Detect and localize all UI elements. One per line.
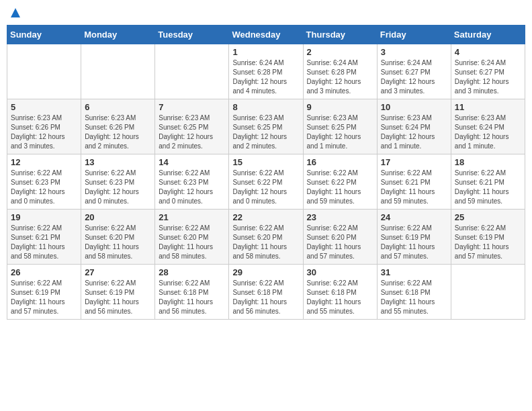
- day-info: Sunrise: 6:22 AM Sunset: 6:18 PM Dayligh…: [307, 279, 373, 316]
- day-number: 18: [455, 157, 521, 167]
- day-number: 23: [307, 212, 373, 222]
- day-number: 4: [455, 47, 521, 57]
- day-number: 11: [455, 102, 521, 112]
- day-info: Sunrise: 6:22 AM Sunset: 6:23 PM Dayligh…: [85, 169, 151, 206]
- calendar-cell: 21Sunrise: 6:22 AM Sunset: 6:20 PM Dayli…: [155, 210, 229, 265]
- day-info: Sunrise: 6:22 AM Sunset: 6:19 PM Dayligh…: [85, 279, 151, 316]
- day-info: Sunrise: 6:23 AM Sunset: 6:25 PM Dayligh…: [307, 113, 373, 151]
- day-info: Sunrise: 6:22 AM Sunset: 6:18 PM Dayligh…: [381, 279, 447, 316]
- day-number: 3: [381, 47, 447, 57]
- day-info: Sunrise: 6:24 AM Sunset: 6:27 PM Dayligh…: [381, 58, 447, 96]
- day-number: 17: [381, 157, 447, 167]
- calendar-cell: [451, 265, 525, 320]
- day-info: Sunrise: 6:22 AM Sunset: 6:20 PM Dayligh…: [85, 224, 151, 261]
- calendar-cell: 3Sunrise: 6:24 AM Sunset: 6:27 PM Daylig…: [377, 44, 451, 99]
- calendar-cell: 6Sunrise: 6:23 AM Sunset: 6:26 PM Daylig…: [81, 99, 155, 154]
- calendar-cell: [7, 44, 81, 99]
- calendar-cell: 16Sunrise: 6:22 AM Sunset: 6:22 PM Dayli…: [303, 154, 377, 210]
- day-info: Sunrise: 6:24 AM Sunset: 6:28 PM Dayligh…: [232, 58, 299, 96]
- day-info: Sunrise: 6:22 AM Sunset: 6:18 PM Dayligh…: [159, 279, 225, 316]
- calendar-cell: 8Sunrise: 6:23 AM Sunset: 6:25 PM Daylig…: [229, 99, 303, 154]
- weekday-header: Saturday: [451, 26, 525, 44]
- weekday-header: Sunday: [7, 26, 81, 44]
- calendar-cell: 24Sunrise: 6:22 AM Sunset: 6:19 PM Dayli…: [377, 210, 451, 265]
- day-info: Sunrise: 6:24 AM Sunset: 6:28 PM Dayligh…: [307, 58, 373, 96]
- day-number: 5: [11, 102, 77, 112]
- day-number: 7: [159, 102, 225, 112]
- weekday-header: Tuesday: [155, 26, 229, 44]
- day-info: Sunrise: 6:22 AM Sunset: 6:18 PM Dayligh…: [232, 279, 299, 316]
- calendar-cell: 12Sunrise: 6:22 AM Sunset: 6:23 PM Dayli…: [7, 154, 81, 210]
- day-number: 29: [232, 267, 299, 277]
- calendar-week-row: 12Sunrise: 6:22 AM Sunset: 6:23 PM Dayli…: [7, 154, 525, 210]
- calendar-cell: 11Sunrise: 6:23 AM Sunset: 6:24 PM Dayli…: [451, 99, 525, 154]
- weekday-header: Wednesday: [229, 26, 303, 44]
- day-info: Sunrise: 6:22 AM Sunset: 6:22 PM Dayligh…: [232, 169, 299, 206]
- day-number: 12: [11, 157, 77, 167]
- logo-icon: [11, 8, 20, 19]
- day-number: 6: [85, 102, 151, 112]
- day-info: Sunrise: 6:22 AM Sunset: 6:20 PM Dayligh…: [232, 224, 299, 261]
- day-info: Sunrise: 6:22 AM Sunset: 6:21 PM Dayligh…: [455, 169, 521, 206]
- calendar-cell: [155, 44, 229, 99]
- calendar-cell: 15Sunrise: 6:22 AM Sunset: 6:22 PM Dayli…: [229, 154, 303, 210]
- calendar-cell: 28Sunrise: 6:22 AM Sunset: 6:18 PM Dayli…: [155, 265, 229, 320]
- day-info: Sunrise: 6:23 AM Sunset: 6:26 PM Dayligh…: [85, 113, 151, 151]
- day-number: 14: [159, 157, 225, 167]
- calendar-header-row: SundayMondayTuesdayWednesdayThursdayFrid…: [7, 26, 525, 44]
- logo: [9, 7, 20, 19]
- day-number: 28: [159, 267, 225, 277]
- day-number: 27: [85, 267, 151, 277]
- day-info: Sunrise: 6:23 AM Sunset: 6:25 PM Dayligh…: [159, 113, 225, 151]
- calendar-cell: 27Sunrise: 6:22 AM Sunset: 6:19 PM Dayli…: [81, 265, 155, 320]
- calendar-cell: 30Sunrise: 6:22 AM Sunset: 6:18 PM Dayli…: [303, 265, 377, 320]
- weekday-header: Monday: [81, 26, 155, 44]
- day-number: 21: [159, 212, 225, 222]
- day-info: Sunrise: 6:22 AM Sunset: 6:21 PM Dayligh…: [381, 169, 447, 206]
- calendar-week-row: 1Sunrise: 6:24 AM Sunset: 6:28 PM Daylig…: [7, 44, 525, 99]
- day-number: 8: [232, 102, 299, 112]
- day-info: Sunrise: 6:22 AM Sunset: 6:20 PM Dayligh…: [307, 224, 373, 261]
- day-info: Sunrise: 6:23 AM Sunset: 6:24 PM Dayligh…: [455, 113, 521, 151]
- day-info: Sunrise: 6:22 AM Sunset: 6:19 PM Dayligh…: [381, 224, 447, 261]
- day-number: 25: [455, 212, 521, 222]
- calendar-cell: 5Sunrise: 6:23 AM Sunset: 6:26 PM Daylig…: [7, 99, 81, 154]
- calendar-week-row: 19Sunrise: 6:22 AM Sunset: 6:21 PM Dayli…: [7, 210, 525, 265]
- day-info: Sunrise: 6:23 AM Sunset: 6:24 PM Dayligh…: [381, 113, 447, 151]
- day-info: Sunrise: 6:22 AM Sunset: 6:21 PM Dayligh…: [11, 224, 77, 261]
- day-info: Sunrise: 6:22 AM Sunset: 6:23 PM Dayligh…: [11, 169, 77, 206]
- calendar-cell: 26Sunrise: 6:22 AM Sunset: 6:19 PM Dayli…: [7, 265, 81, 320]
- calendar-cell: 25Sunrise: 6:22 AM Sunset: 6:19 PM Dayli…: [451, 210, 525, 265]
- calendar-cell: 2Sunrise: 6:24 AM Sunset: 6:28 PM Daylig…: [303, 44, 377, 99]
- day-number: 24: [381, 212, 447, 222]
- calendar-cell: 19Sunrise: 6:22 AM Sunset: 6:21 PM Dayli…: [7, 210, 81, 265]
- calendar-cell: 18Sunrise: 6:22 AM Sunset: 6:21 PM Dayli…: [451, 154, 525, 210]
- day-number: 31: [381, 267, 447, 277]
- calendar-cell: 20Sunrise: 6:22 AM Sunset: 6:20 PM Dayli…: [81, 210, 155, 265]
- svg-marker-0: [11, 8, 20, 17]
- calendar-week-row: 26Sunrise: 6:22 AM Sunset: 6:19 PM Dayli…: [7, 265, 525, 320]
- calendar-table: SundayMondayTuesdayWednesdayThursdayFrid…: [7, 25, 525, 320]
- calendar-cell: 10Sunrise: 6:23 AM Sunset: 6:24 PM Dayli…: [377, 99, 451, 154]
- calendar-cell: 17Sunrise: 6:22 AM Sunset: 6:21 PM Dayli…: [377, 154, 451, 210]
- calendar-cell: 7Sunrise: 6:23 AM Sunset: 6:25 PM Daylig…: [155, 99, 229, 154]
- day-info: Sunrise: 6:22 AM Sunset: 6:19 PM Dayligh…: [11, 279, 77, 316]
- day-number: 20: [85, 212, 151, 222]
- day-number: 13: [85, 157, 151, 167]
- weekday-header: Friday: [377, 26, 451, 44]
- calendar-cell: 9Sunrise: 6:23 AM Sunset: 6:25 PM Daylig…: [303, 99, 377, 154]
- day-number: 2: [307, 47, 373, 57]
- day-number: 22: [232, 212, 299, 222]
- day-info: Sunrise: 6:22 AM Sunset: 6:20 PM Dayligh…: [159, 224, 225, 261]
- day-number: 19: [11, 212, 77, 222]
- day-info: Sunrise: 6:24 AM Sunset: 6:27 PM Dayligh…: [455, 58, 521, 96]
- calendar-cell: 22Sunrise: 6:22 AM Sunset: 6:20 PM Dayli…: [229, 210, 303, 265]
- calendar-week-row: 5Sunrise: 6:23 AM Sunset: 6:26 PM Daylig…: [7, 99, 525, 154]
- day-number: 16: [307, 157, 373, 167]
- day-number: 9: [307, 102, 373, 112]
- calendar-cell: 29Sunrise: 6:22 AM Sunset: 6:18 PM Dayli…: [229, 265, 303, 320]
- calendar-cell: 1Sunrise: 6:24 AM Sunset: 6:28 PM Daylig…: [229, 44, 303, 99]
- weekday-header: Thursday: [303, 26, 377, 44]
- day-info: Sunrise: 6:22 AM Sunset: 6:19 PM Dayligh…: [455, 224, 521, 261]
- day-info: Sunrise: 6:23 AM Sunset: 6:26 PM Dayligh…: [11, 113, 77, 151]
